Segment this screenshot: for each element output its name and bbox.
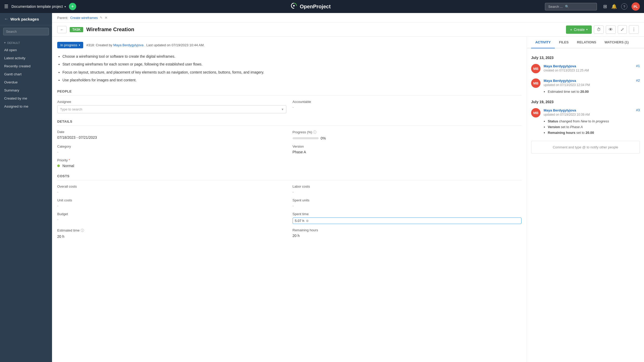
wp-back-button[interactable]: ←: [57, 26, 67, 33]
costs-form-grid: Overall costs - Labor costs - Unit costs…: [57, 185, 521, 239]
sidebar-item-latest-activity[interactable]: Latest activity: [0, 54, 52, 62]
sidebar-back-arrow[interactable]: ←: [4, 17, 8, 21]
activity-change-item: Remaining hours set to 20.00: [548, 130, 640, 136]
spent-units-value[interactable]: -: [293, 204, 522, 208]
labor-costs-value[interactable]: -: [293, 190, 522, 194]
accountable-value: -: [293, 105, 522, 109]
date-value[interactable]: 07/18/2023 - 07/21/2023: [57, 135, 286, 140]
sidebar-item-label: Created by me: [4, 96, 27, 100]
sidebar-item-recently-created[interactable]: Recently created: [0, 62, 52, 70]
more-button[interactable]: ⋮: [629, 25, 639, 34]
quick-add-button[interactable]: +: [69, 3, 76, 10]
sidebar-item-all-open[interactable]: All open: [0, 46, 52, 54]
sidebar-item-summary[interactable]: Summary: [0, 86, 52, 94]
history-button[interactable]: ⏱: [594, 25, 604, 34]
activity-num-3[interactable]: #3: [636, 108, 640, 112]
estimated-time-label: Estimated time ⓘ: [57, 228, 286, 233]
sidebar-section-header[interactable]: ▾ DEFAULT: [0, 40, 52, 46]
nav-icons: ⊞ 🔔 ? PL: [603, 2, 640, 11]
help-icon[interactable]: ?: [621, 3, 627, 10]
people-form-grid: Assignee Type to search ▾ Accountable -: [57, 100, 521, 113]
costs-section: COSTS Overall costs - Labor costs - Unit…: [57, 174, 521, 239]
activity-user-3[interactable]: Maya Berdygylyjova: [544, 108, 576, 112]
comment-box[interactable]: Comment and type @ to notify other peopl…: [531, 141, 640, 154]
spent-units-field: Spent units -: [293, 198, 522, 208]
activity-date-1: July 13, 2023: [531, 56, 640, 60]
labor-costs-label: Labor costs: [293, 185, 522, 188]
progress-label: Progress (%) ⓘ: [293, 130, 522, 135]
assignee-field: Assignee Type to search ▾: [57, 100, 286, 113]
priority-value[interactable]: Normal: [57, 164, 286, 168]
activity-item-3: MB Maya Berdygylyjova updated on 07/19/2…: [531, 108, 640, 136]
sidebar-item-overdue[interactable]: Overdue: [0, 78, 52, 86]
avatar[interactable]: PL: [632, 2, 640, 11]
grid-icon[interactable]: ⊞: [603, 4, 607, 9]
estimated-time-value[interactable]: 20 h: [57, 234, 286, 239]
estimated-time-info-icon[interactable]: ⓘ: [81, 228, 84, 232]
assignee-label: Assignee: [57, 100, 286, 104]
tab-relations[interactable]: RELATIONS: [573, 37, 600, 48]
creator-link[interactable]: Maya Berdygylyjova: [113, 43, 143, 47]
activity-avatar-2: MB: [531, 78, 540, 88]
activity-body-1: Maya Berdygylyjova created on 07/13/2023…: [544, 64, 640, 73]
sidebar-item-created-by-me[interactable]: Created by me: [0, 94, 52, 102]
remaining-hours-value[interactable]: 20 h: [293, 234, 522, 238]
sidebar-search-input[interactable]: [3, 28, 49, 35]
global-search-box[interactable]: Search ... 🔍: [545, 3, 597, 10]
details-section-title: DETAILS: [57, 120, 521, 126]
version-field: Version Phase A: [293, 144, 522, 154]
description-list: Choose a wireframing tool or software to…: [57, 54, 521, 83]
app-body: ← Work packages ▾ DEFAULT All open Lates…: [0, 13, 644, 362]
priority-field: Priority * Normal: [57, 158, 286, 168]
activity-num-1[interactable]: #1: [636, 64, 640, 68]
version-value[interactable]: Phase A: [293, 150, 522, 154]
status-row: In progress ▾ #318: Created by Maya Berd…: [57, 42, 521, 48]
details-form-grid: Date 07/18/2023 - 07/21/2023 Progress (%…: [57, 130, 521, 168]
spent-time-info-icon[interactable]: ⊕: [306, 219, 309, 223]
category-value[interactable]: -: [57, 150, 286, 154]
sidebar-section-default: ▾ DEFAULT All open Latest activity Recen…: [0, 38, 52, 112]
wp-left-panel: In progress ▾ #318: Created by Maya Berd…: [52, 37, 527, 362]
activity-user-2[interactable]: Maya Berdygylyjova: [544, 79, 576, 83]
create-button[interactable]: + Create ▾: [566, 25, 592, 34]
costs-section-title: COSTS: [57, 174, 521, 180]
unit-costs-value[interactable]: -: [57, 204, 286, 208]
budget-label: Budget: [57, 212, 286, 216]
hamburger-icon[interactable]: ☰: [4, 4, 8, 9]
assignee-input[interactable]: Type to search ▾: [57, 105, 286, 113]
sidebar-item-assigned-to-me[interactable]: Assigned to me: [0, 102, 52, 110]
sidebar-item-label: Overdue: [4, 80, 18, 84]
breadcrumb-edit-icon[interactable]: ✎: [100, 16, 102, 19]
progress-info-icon[interactable]: ⓘ: [313, 130, 317, 134]
tab-files[interactable]: FILES: [555, 37, 573, 48]
spent-time-input[interactable]: 5.07 h ⊕: [293, 218, 522, 224]
right-panel-tabs: ACTIVITY FILES RELATIONS WATCHERS (1): [527, 37, 644, 48]
budget-value[interactable]: -: [57, 218, 286, 222]
tab-watchers[interactable]: WATCHERS (1): [600, 37, 633, 48]
description-item: Choose a wireframing tool or software to…: [62, 54, 521, 59]
sidebar-item-gantt-chart[interactable]: Gantt chart: [0, 70, 52, 78]
tab-activity[interactable]: ACTIVITY: [531, 37, 555, 48]
project-selector[interactable]: Documentation template project ▾: [11, 4, 66, 9]
priority-required: *: [69, 158, 70, 162]
bell-icon[interactable]: 🔔: [611, 4, 617, 9]
accountable-field: Accountable -: [293, 100, 522, 113]
breadcrumb-parent-link[interactable]: Create wireframes: [70, 16, 98, 20]
activity-num-2[interactable]: #2: [636, 78, 640, 82]
status-meta: #318: Created by Maya Berdygylyjova . La…: [86, 43, 205, 47]
project-name-label: Documentation template project: [11, 4, 63, 9]
accountable-label: Accountable: [293, 100, 522, 104]
create-label: Create: [574, 28, 585, 32]
watch-button[interactable]: 👁: [606, 25, 616, 34]
activity-header-1: Maya Berdygylyjova created on 07/13/2023…: [544, 64, 640, 72]
project-dropdown-arrow: ▾: [65, 5, 66, 8]
activity-user-1[interactable]: Maya Berdygylyjova: [544, 64, 576, 68]
breadcrumb-close-icon[interactable]: ✕: [105, 16, 108, 20]
activity-body-3: Maya Berdygylyjova updated on 07/19/2023…: [544, 108, 640, 136]
section-arrow: ▾: [4, 41, 6, 44]
expand-button[interactable]: ⤢: [618, 25, 627, 34]
overall-costs-value[interactable]: -: [57, 190, 286, 194]
remaining-hours-field: Remaining hours 20 h: [293, 228, 522, 239]
spent-time-label: Spent time: [293, 212, 522, 216]
status-badge[interactable]: In progress ▾: [57, 42, 83, 48]
